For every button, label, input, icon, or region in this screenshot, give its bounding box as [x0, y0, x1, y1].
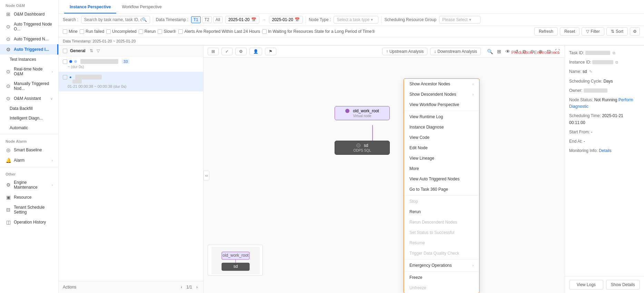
list-item-checkbox[interactable] [63, 75, 67, 79]
sidebar-item-alarm[interactable]: 🔔 Alarm › [0, 155, 58, 166]
search-box[interactable]: 🔍 [81, 16, 150, 23]
sidebar-item-test-instances[interactable]: Test Instances [0, 55, 58, 64]
tab-instance-perspective[interactable]: Instance Perspective [64, 1, 116, 13]
sidebar-item-realtime[interactable]: ⊙ Real-time Node O&M › [0, 64, 58, 79]
ctx-view-lineage[interactable]: View Lineage [404, 153, 479, 163]
checkbox-uncompleted[interactable]: Uncompleted [106, 29, 137, 34]
downstream-analysis-btn[interactable]: ↓ Downstream Analysis [430, 48, 481, 55]
settings-button[interactable]: ⚙ [630, 27, 640, 36]
checkbox-run-failed-box[interactable] [80, 29, 84, 34]
next-page-btn[interactable]: › [195, 284, 199, 290]
chevron-right-icon: › [52, 70, 53, 74]
ctx-view-runtime-log[interactable]: View Runtime Log [404, 112, 479, 122]
list-select-all[interactable] [63, 49, 67, 53]
view-logs-btn[interactable]: View Logs [569, 280, 603, 290]
monitoring-details-link[interactable]: Details [599, 148, 612, 153]
node-type-select[interactable]: Select a task type ▾ [334, 16, 378, 23]
checkbox-slow[interactable]: Slow⑤ [158, 29, 176, 34]
list-item[interactable]: ● c███████t ███ 01-21 00:00:38 ~ 00:00:3… [59, 72, 203, 92]
prev-page-btn[interactable]: ‹ [179, 284, 184, 290]
checkbox-alerts-label: Alerts Are Reported Within Last 24 Hours [184, 29, 260, 34]
copy-icon[interactable]: ⧉ [615, 60, 618, 64]
date-btn-t1[interactable]: T1 [191, 16, 201, 23]
list-item[interactable]: ████████████ 33 ~ (dur 0s) [59, 56, 203, 72]
sidebar-item-om-assistant[interactable]: ⊙ O&M Assistant ∨ [0, 93, 58, 104]
sidebar-item-smart-baseline[interactable]: ◎ Smart Baseline [0, 145, 58, 155]
search-input[interactable] [84, 17, 142, 22]
panel-toggle-btn[interactable]: ‹› [204, 171, 209, 180]
ctx-instance-diagnose[interactable]: Instance Diagnose [404, 122, 479, 132]
grid-view-btn[interactable]: ⊞ [208, 48, 219, 55]
node-icon: ⊙ [6, 69, 11, 74]
checkbox-slow-box[interactable] [158, 29, 162, 34]
ctx-rerun[interactable]: Rerun [404, 207, 479, 217]
show-details-btn[interactable]: Show Details [606, 280, 640, 290]
upstream-analysis-btn[interactable]: ↑ Upstream Analysis [382, 48, 427, 55]
ctx-emergency-ops[interactable]: Emergency Operations › [404, 260, 479, 271]
engine-icon: ⚙ [6, 182, 11, 188]
sidebar-item-automatic[interactable]: Automatic [0, 123, 58, 133]
checkbox-rerun-box[interactable] [139, 29, 143, 34]
checkbox-waiting-box[interactable] [262, 29, 267, 34]
sidebar-item-auto-n[interactable]: ⊙ Auto Triggered N... [0, 34, 58, 44]
split-view-icon[interactable]: ⊞ [496, 48, 502, 55]
sidebar-item-data-backfill[interactable]: Data Backfill [0, 104, 58, 113]
flag-btn[interactable]: ⚑ [265, 48, 276, 55]
node-old-work-root[interactable]: old_work_root Virtual node [335, 106, 390, 120]
checkbox-alerts-box[interactable] [178, 29, 183, 34]
checkbox-alerts[interactable]: Alerts Are Reported Within Last 24 Hours [178, 29, 260, 34]
sidebar-item-label: Intelligent Diagn... [10, 116, 43, 121]
edit-icon[interactable]: ✎ [589, 69, 592, 74]
sidebar-item-tenant-schedule[interactable]: ⊟ Tenant Schedule Setting [0, 202, 58, 217]
ctx-view-auto-triggered[interactable]: View Auto Triggered Nodes [404, 174, 479, 184]
ctx-view-code[interactable]: View Code [404, 132, 479, 143]
circle-check-btn[interactable]: ✓ [221, 48, 232, 55]
sort-button[interactable]: ⇅ Sort [606, 27, 628, 36]
ctx-show-ancestor[interactable]: Show Ancestor Nodes › [404, 79, 479, 89]
checkbox-run-failed[interactable]: Run failed [80, 29, 104, 34]
person-btn[interactable]: 👤 [249, 48, 262, 55]
sort-icon[interactable]: ⇅ [90, 48, 93, 53]
checkbox-rerun[interactable]: Rerun [139, 29, 156, 34]
ctx-edit-node[interactable]: Edit Node [404, 143, 479, 153]
graph-canvas[interactable]: old_work_root Virtual node sd ODPS SQL S… [204, 58, 565, 293]
ctx-freeze[interactable]: Freeze [404, 272, 479, 283]
eye-icon[interactable]: 👁 [505, 48, 511, 55]
settings-btn[interactable]: ⚙ [235, 48, 247, 55]
filter-button[interactable]: ▽ Filter [582, 27, 604, 36]
sidebar-item-intelligent[interactable]: Intelligent Diagn... [0, 113, 58, 123]
minimap[interactable]: old_work_root sd [208, 245, 263, 276]
date-from-picker[interactable]: 2025-01-20 📅 [225, 16, 259, 23]
node-status-display: Not Running [594, 97, 617, 102]
reset-button[interactable]: Reset [560, 27, 579, 36]
sidebar-item-auto-i[interactable]: ⊙ Auto Triggered I... [0, 44, 58, 55]
filter-icon[interactable]: ▽ [97, 48, 100, 53]
ctx-more[interactable]: More [404, 163, 479, 174]
sidebar-item-resource[interactable]: ▣ Resource [0, 192, 58, 202]
node-sd[interactable]: sd ODPS SQL [335, 141, 390, 155]
ctx-show-descendent[interactable]: Show Descendent Nodes › [404, 89, 479, 100]
ctx-go-to-task-360[interactable]: Go to Task 360 Page [404, 184, 479, 195]
tab-workflow-perspective[interactable]: Workflow Perspective [116, 1, 167, 13]
refresh-button[interactable]: Refresh [534, 27, 558, 36]
resource-group-select[interactable]: Please Select ▾ [439, 16, 480, 23]
ctx-divider [404, 111, 479, 111]
checkbox-uncompleted-box[interactable] [106, 29, 111, 34]
ctx-view-workflow[interactable]: View Workflow Perspective [404, 100, 479, 110]
date-btn-t2[interactable]: T2 [202, 16, 212, 23]
date-btn-all[interactable]: All [213, 16, 222, 23]
check-icon: ✓ [225, 49, 229, 54]
list-item-checkbox[interactable] [63, 59, 67, 64]
checkbox-mine[interactable]: Mine [63, 29, 78, 34]
sidebar-item-manually[interactable]: ⊙ Manually Triggered Nod... [0, 79, 58, 93]
date-to-picker[interactable]: 2025-01-20 📅 [269, 16, 303, 23]
sidebar-item-engine-maintenance[interactable]: ⚙ Engine Maintenance › [0, 178, 58, 192]
checkbox-waiting[interactable]: In Waiting for Resources State for a Lon… [262, 29, 375, 34]
sidebar-item-auto-o[interactable]: ⊙ Auto Triggered Node O... [0, 19, 58, 34]
search-graph-icon[interactable]: 🔍 [486, 48, 494, 55]
sidebar-item-operation-history[interactable]: ◫ Operation History [0, 217, 58, 227]
copy-icon[interactable]: ⧉ [613, 51, 615, 55]
checkbox-mine-box[interactable] [63, 29, 67, 34]
sidebar-item-om-dashboard[interactable]: ⊞ O&M Dashboard [0, 9, 58, 19]
item-sub: ~ (dur 0s) [63, 65, 199, 69]
